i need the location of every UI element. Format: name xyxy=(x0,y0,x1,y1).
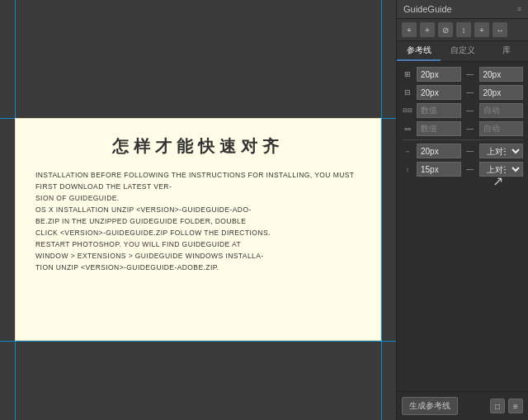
field-sep-2: — xyxy=(464,87,476,98)
panel-collapse-button[interactable]: ≡ xyxy=(517,5,521,13)
field-input-left-2[interactable] xyxy=(417,85,461,100)
field-row-5: ↔ — 上对齐 居中 下对齐 xyxy=(402,144,523,158)
panel-content: ⊞ — ⊟ — ⊟⊟ — ≡≡ — ↔ — xyxy=(397,62,528,185)
guide-vertical-right xyxy=(381,0,382,420)
field-sep-4: — xyxy=(464,123,476,134)
guide-horizontal-bottom xyxy=(0,341,396,342)
field-sep-6: — xyxy=(464,163,476,175)
field-input-right-2[interactable] xyxy=(479,85,524,100)
canvas: 怎样才能快速对齐 INSTALLATION BEFORE FOLLOWING T… xyxy=(0,0,396,420)
field-icon-h1: ⊞ xyxy=(402,68,413,80)
field-row-4: ≡≡ — xyxy=(402,121,523,136)
field-input-left-3[interactable] xyxy=(417,103,461,118)
panel-footer: 生成参考线 □ ≡ xyxy=(397,391,528,420)
panel-title: GuideGuide xyxy=(403,4,452,14)
field-icon-rows: ≡≡ xyxy=(402,123,413,134)
field-icon-cols: ⊟⊟ xyxy=(402,105,413,116)
footer-menu-icon[interactable]: ≡ xyxy=(508,399,523,413)
field-input-right-3[interactable] xyxy=(479,103,524,118)
toolbar-add-row-button[interactable]: + xyxy=(420,22,435,37)
toolbar-add-col-button[interactable]: + xyxy=(402,22,417,37)
field-row-2: ⊟ — xyxy=(402,85,523,100)
field-input-left-6[interactable] xyxy=(417,162,461,177)
field-select-right-5[interactable]: 上对齐 居中 下对齐 xyxy=(479,144,524,158)
toolbar-clear-button[interactable]: ⊘ xyxy=(438,22,453,37)
field-input-right-4[interactable] xyxy=(479,121,524,136)
panel-tabs: 参考线 自定义 库 xyxy=(397,41,528,62)
field-sep-5: — xyxy=(464,145,476,157)
field-input-left-1[interactable] xyxy=(417,67,461,82)
field-input-left-4[interactable] xyxy=(417,121,461,136)
field-icon-w: ↔ xyxy=(402,145,413,157)
footer-save-icon[interactable]: □ xyxy=(490,399,505,413)
tab-library[interactable]: 库 xyxy=(484,41,528,61)
field-row-1: ⊞ — xyxy=(402,67,523,82)
panel-header: GuideGuide ≡ xyxy=(397,0,528,19)
right-panel: GuideGuide ≡ + + ⊘ ↕ + ↔ 参考线 自定义 库 ⊞ — ⊟… xyxy=(396,0,528,420)
field-sep-3: — xyxy=(464,105,476,116)
field-select-right-6[interactable]: 上对齐 居中 下对齐 xyxy=(479,162,524,177)
tab-custom[interactable]: 自定义 xyxy=(441,41,484,61)
tab-guides[interactable]: 参考线 xyxy=(397,41,441,61)
field-row-6: ↕ — 上对齐 居中 下对齐 xyxy=(402,162,523,177)
footer-icons: □ ≡ xyxy=(490,399,523,413)
field-row-3: ⊟⊟ — xyxy=(402,103,523,118)
toolbar-flip-v-button[interactable]: ↕ xyxy=(456,22,471,37)
field-icon-h3: ↕ xyxy=(402,163,413,175)
content-title: 怎样才能快速对齐 xyxy=(35,135,361,158)
field-input-right-1[interactable] xyxy=(479,67,524,82)
field-icon-h2: ⊟ xyxy=(402,87,413,98)
panel-toolbar: + + ⊘ ↕ + ↔ xyxy=(397,19,528,41)
field-input-left-5[interactable] xyxy=(417,144,461,158)
content-text: INSTALLATION BEFORE FOLLOWING THE INSTRU… xyxy=(35,169,361,273)
toolbar-flip-h-button[interactable]: ↔ xyxy=(493,22,507,37)
content-box: 怎样才能快速对齐 INSTALLATION BEFORE FOLLOWING T… xyxy=(15,118,381,341)
generate-guides-button[interactable]: 生成参考线 xyxy=(402,397,458,415)
toolbar-add-button[interactable]: + xyxy=(474,22,489,37)
field-sep-1: — xyxy=(464,68,476,80)
divider-1 xyxy=(402,139,523,140)
